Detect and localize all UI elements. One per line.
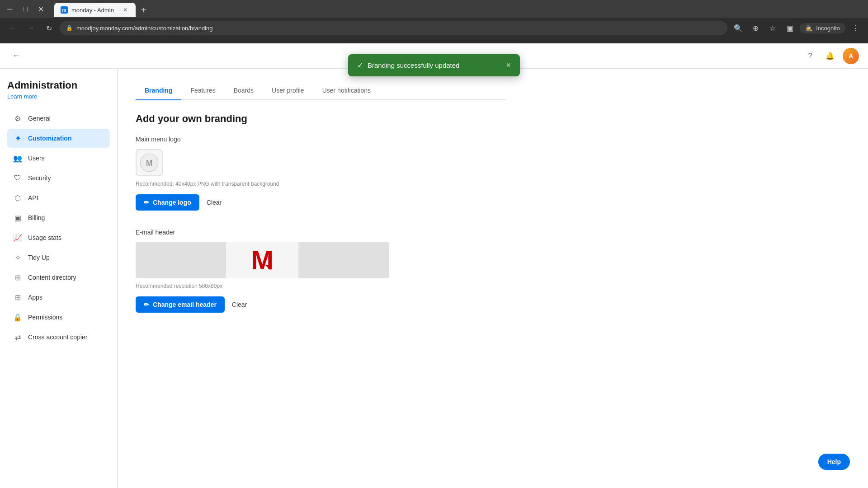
email-preview-background: M ◥ (136, 242, 389, 278)
more-button[interactable]: ⋮ (848, 21, 863, 35)
customization-icon: ✦ (13, 133, 23, 143)
sidebar-item-tidy-up[interactable]: ✧ Tidy Up (7, 248, 110, 267)
sidebar-label-security: Security (28, 174, 51, 182)
sidebar-item-api[interactable]: ⬡ API (7, 188, 110, 207)
close-button[interactable]: ✕ (34, 3, 47, 15)
incognito-icon: 🕵 (805, 25, 812, 32)
tab-branding[interactable]: Branding (136, 81, 181, 100)
search-browser-button[interactable]: 🔍 (731, 21, 745, 35)
help-icon[interactable]: ? (803, 49, 817, 63)
pencil-icon: ✏ (144, 199, 149, 206)
sidebar-label-permissions: Permissions (28, 314, 62, 321)
logo-image: M (139, 153, 159, 173)
maximize-button[interactable]: □ (19, 3, 32, 15)
sidebar-item-cross-account[interactable]: ⇄ Cross account copier (7, 328, 110, 347)
sidebar-label-users: Users (28, 155, 45, 162)
app-container: ← ? 🔔 A Administration Learn more ⚙ Gene… (0, 43, 868, 488)
toast-message: Branding successfully updated (368, 61, 459, 69)
change-email-header-button[interactable]: ✏ Change email header (136, 296, 225, 313)
sidebar-label-content: Content directory (28, 274, 76, 281)
help-button[interactable]: Help (818, 454, 850, 470)
notifications-icon[interactable]: 🔔 (823, 49, 837, 63)
tabs: Branding Features Boards User profile Us… (136, 81, 506, 100)
clear-logo-button[interactable]: Clear (207, 199, 222, 206)
forward-button[interactable]: → (24, 21, 38, 35)
sidebar-label-apps: Apps (28, 294, 42, 301)
usage-icon: 📈 (13, 233, 23, 243)
sidebar-item-usage-stats[interactable]: 📈 Usage stats (7, 228, 110, 247)
svg-text:◥: ◥ (265, 263, 271, 271)
tidy-icon: ✧ (13, 253, 23, 263)
sidebar-label-cross-account: Cross account copier (28, 333, 88, 341)
tab-user-profile[interactable]: User profile (263, 81, 313, 100)
general-icon: ⚙ (13, 113, 23, 123)
sidebar: Administration Learn more ⚙ General ✦ Cu… (0, 43, 118, 488)
address-bar[interactable]: 🔒 moodjoy.monday.com/admin/customization… (60, 21, 727, 35)
learn-more-link[interactable]: Learn more (7, 93, 110, 100)
tab-close-button[interactable]: ✕ (121, 6, 129, 14)
tab-user-notifications[interactable]: User notifications (313, 81, 380, 100)
security-icon: 🛡 (13, 173, 23, 183)
email-header-preview: M ◥ (136, 242, 389, 278)
tab-title: monday - Admin (71, 7, 114, 14)
sidebar-item-apps[interactable]: ⊞ Apps (7, 288, 110, 307)
minimize-button[interactable]: ─ (4, 3, 16, 15)
sidebar-inner: Administration Learn more ⚙ General ✦ Cu… (0, 69, 117, 358)
logo-section-label: Main menu logo (136, 136, 506, 143)
sidebar-label-billing: Billing (28, 214, 45, 221)
active-tab[interactable]: m monday - Admin ✕ (54, 3, 136, 17)
tab-bar: m monday - Admin ✕ + (51, 1, 864, 17)
profile-area[interactable]: 🕵 Incognito (800, 23, 845, 33)
main-inner: Branding Features Boards User profile Us… (118, 69, 524, 343)
sidebar-title: Administration (7, 80, 110, 91)
billing-icon: ▣ (13, 213, 23, 223)
sidebar-label-general: General (28, 115, 51, 122)
back-arrow-icon: ← (12, 51, 20, 61)
user-avatar[interactable]: A (843, 48, 859, 64)
page-title: Add your own branding (136, 113, 506, 125)
lock-icon: 🔒 (66, 25, 73, 31)
back-nav-button[interactable]: ← (9, 49, 24, 63)
apps-icon: ⊞ (13, 292, 23, 302)
toast-close-button[interactable]: × (506, 61, 511, 70)
svg-text:M: M (251, 245, 274, 275)
change-logo-button[interactable]: ✏ Change logo (136, 194, 199, 211)
sidebar-label-customization: Customization (28, 135, 71, 142)
users-icon: 👥 (13, 153, 23, 163)
new-tab-button[interactable]: + (137, 3, 150, 17)
email-recommended-text: Recommended resolution 580x80px (136, 283, 506, 289)
cross-account-icon: ⇄ (13, 332, 23, 342)
clear-email-header-button[interactable]: Clear (232, 301, 247, 308)
sidebar-browser-button[interactable]: ▣ (783, 21, 797, 35)
sidebar-label-api: API (28, 194, 38, 202)
extension-button[interactable]: ⊕ (748, 21, 763, 35)
email-section-label: E-mail header (136, 229, 506, 236)
tab-favicon: m (61, 6, 68, 14)
email-btn-row: ✏ Change email header Clear (136, 296, 506, 313)
api-icon: ⬡ (13, 193, 23, 203)
sidebar-item-customization[interactable]: ✦ Customization (7, 129, 110, 148)
bookmark-button[interactable]: ☆ (765, 21, 780, 35)
sidebar-item-general[interactable]: ⚙ General (7, 109, 110, 128)
sidebar-label-usage: Usage stats (28, 234, 61, 241)
content-icon: ⊞ (13, 272, 23, 282)
logo-section: Main menu logo M Recommended: 40x40px PN… (136, 136, 506, 211)
browser-titlebar: ─ □ ✕ m monday - Admin ✕ + (0, 0, 868, 18)
browser-toolbar: ← → ↻ 🔒 moodjoy.monday.com/admin/customi… (0, 18, 868, 38)
sidebar-item-security[interactable]: 🛡 Security (7, 169, 110, 188)
sidebar-item-permissions[interactable]: 🔒 Permissions (7, 308, 110, 327)
email-pencil-icon: ✏ (144, 301, 149, 308)
logo-preview: M (136, 149, 163, 176)
sidebar-item-content-directory[interactable]: ⊞ Content directory (7, 268, 110, 287)
reload-button[interactable]: ↻ (42, 21, 56, 35)
email-center-logo: M ◥ (226, 242, 298, 278)
sidebar-item-billing[interactable]: ▣ Billing (7, 208, 110, 227)
success-toast: ✓ Branding successfully updated × (348, 54, 520, 76)
tab-boards[interactable]: Boards (225, 81, 263, 100)
sidebar-item-users[interactable]: 👥 Users (7, 149, 110, 168)
back-button[interactable]: ← (5, 21, 20, 35)
svg-text:M: M (146, 159, 153, 168)
incognito-label: Incognito (816, 25, 840, 32)
email-left-side (136, 242, 226, 278)
tab-features[interactable]: Features (181, 81, 224, 100)
